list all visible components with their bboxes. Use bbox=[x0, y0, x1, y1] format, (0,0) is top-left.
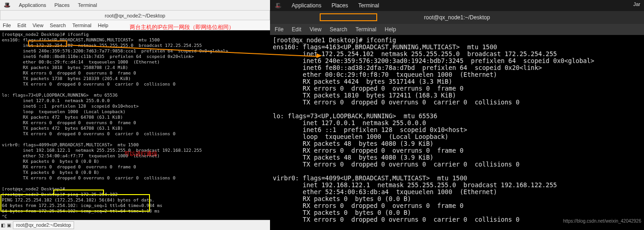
taskbar-item[interactable]: root@qx_node2:~/Desktop bbox=[13, 221, 74, 229]
terminal-output-left[interactable]: [root@qx_node2 Desktop]# ifconfig ens160… bbox=[0, 30, 270, 220]
connector-arrow-head bbox=[316, 53, 322, 58]
menu-edit-r[interactable]: Edit bbox=[292, 26, 301, 33]
menu-view[interactable]: View bbox=[33, 23, 44, 28]
menu-terminal-sub[interactable]: Terminal bbox=[72, 23, 92, 28]
menu-search[interactable]: Search bbox=[50, 23, 66, 28]
taskbar-left[interactable]: ◧ ▣ root@qx_node2:~/Desktop bbox=[0, 220, 270, 230]
menu-applications[interactable]: Applications bbox=[19, 2, 46, 8]
window-title-right: root@qx_node1:~/Desktop bbox=[270, 11, 644, 24]
menu-places[interactable]: Places bbox=[54, 2, 69, 8]
menu-places-r[interactable]: Places bbox=[332, 2, 348, 9]
terminal-icon[interactable]: ▣ bbox=[7, 223, 11, 228]
menu-help-r[interactable]: Help bbox=[385, 26, 396, 33]
menu-applications-r[interactable]: Applications bbox=[292, 2, 322, 9]
redhat-icon: 🎩 bbox=[4, 2, 11, 8]
redhat-icon-right: 🎩 bbox=[275, 2, 282, 9]
menu-search-r[interactable]: Search bbox=[330, 26, 347, 33]
show-desktop-icon[interactable]: ◧ bbox=[1, 223, 5, 228]
gnome-topbar-left[interactable]: 🎩 Applications Places Terminal bbox=[0, 0, 270, 10]
menu-help[interactable]: Help bbox=[98, 23, 109, 28]
menu-view-r[interactable]: View bbox=[310, 26, 322, 33]
terminal-output-right[interactable]: [root@qx_node1 Desktop]# ifconfig ens160… bbox=[270, 35, 644, 230]
terminal-menubar-right[interactable]: File Edit View Search Terminal Help bbox=[270, 24, 644, 35]
menu-file-r[interactable]: File bbox=[275, 26, 283, 33]
menu-terminal-sub-r[interactable]: Terminal bbox=[356, 26, 376, 33]
terminal-menubar-left[interactable]: File Edit View Search Terminal Help bbox=[0, 20, 270, 30]
gnome-topbar-right[interactable]: 🎩 Applications Places Terminal Jar bbox=[270, 0, 644, 11]
menu-terminal-r[interactable]: Terminal bbox=[358, 2, 379, 9]
menu-edit[interactable]: Edit bbox=[17, 23, 26, 28]
menu-file[interactable]: File bbox=[3, 23, 11, 28]
menu-terminal[interactable]: Terminal bbox=[78, 2, 97, 8]
watermark: https://blog.csdn.net/weixin_42042926 bbox=[563, 218, 641, 224]
clock: Jar bbox=[633, 1, 640, 7]
window-title-left: root@qx_node2:~/Desktop bbox=[0, 10, 270, 20]
